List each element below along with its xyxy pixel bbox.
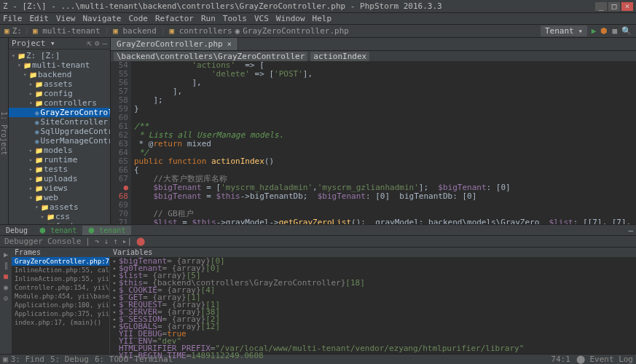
menu-vcs[interactable]: VCS [254,14,269,23]
status-button[interactable]: Terminal [131,355,176,364]
tree-node[interactable]: ▸📁tests [9,165,110,174]
tree-node[interactable]: ▾📁assets [9,202,110,212]
minimize-icon[interactable]: _ [595,2,607,11]
tree-node[interactable]: ▸📁css [9,212,110,221]
file-icon: ◉ [235,26,240,36]
step-over-icon[interactable]: ↷ [95,237,100,246]
debug-icon[interactable]: ⬢ [600,26,608,36]
tree-node[interactable]: ▾📁web [9,193,110,202]
close-icon[interactable]: × [621,2,633,11]
editor-tab[interactable]: GrayZeroController.php × [111,38,238,50]
tree-node[interactable]: ▸📁fonts [9,221,110,224]
frames-header: Frames [12,248,109,257]
project-panel: Project ▾ ⇱ ⚙ — ▾📁Z: [Z:]▾📁multi-tenant▾… [9,38,111,224]
stack-frame[interactable]: GrayZeroController.php:74, backend\co [12,257,109,266]
tree-node[interactable]: ▾📁controllers [9,98,110,108]
menu-navigate[interactable]: Navigate [83,14,122,23]
mute-breakpoints-icon[interactable]: ⊘ [4,294,8,302]
resume-icon[interactable]: ▶ [4,250,8,258]
breadcrumb-root[interactable]: Z: [12,26,22,36]
breadcrumb-item[interactable]: multi-tenant [42,26,100,36]
stack-frame[interactable]: Application.php:375, yii\base\Applicatio [12,309,109,318]
tree-node[interactable]: ▾📁Z: [Z:] [9,51,110,60]
menu-window[interactable]: Window [276,14,305,23]
menubar: FileEditViewNavigateCodeRefactorRunTools… [0,13,636,25]
status-button[interactable]: 5: Debug [47,355,92,364]
status-button[interactable]: 3: Find [8,355,47,364]
gear-icon[interactable]: ⚙ [95,39,100,48]
debug-tab[interactable]: Debug [0,226,34,235]
tree-node[interactable]: ▸📁config [9,89,110,98]
run-to-cursor-icon[interactable]: ▸| [122,237,132,246]
breadcrumb-item[interactable]: backend [122,26,156,36]
debug-side-toolbar: ▶ ∥ ■ ◉ ⊘ [0,248,12,354]
tree-node[interactable]: ◉SiteController.php [9,117,110,127]
breadcrumb-item[interactable]: controllers [179,26,232,36]
menu-code[interactable]: Code [128,14,148,23]
menu-tools[interactable]: Tools [223,14,247,23]
status-button[interactable]: 6: TODO [92,355,131,364]
stack-frame[interactable]: Application.php:100, yii\web\Applicati [12,301,109,309]
tree-node[interactable]: ◉SqlUpgradeController.php [9,127,110,136]
console-tab[interactable]: Console [47,237,81,246]
stack-frame[interactable]: InlineAction.php:55, call_user_func_arra… [12,266,109,274]
view-breakpoints-icon[interactable]: ◉ [4,283,8,291]
hide-icon[interactable]: — [102,39,107,48]
step-into-icon[interactable]: ↓ [104,237,109,246]
frames-panel: Frames GrayZeroController.php:74, backen… [12,248,110,354]
stack-frame[interactable]: Module.php:454, yii\base\Module->run [12,292,109,301]
variable-row[interactable]: YII_DEBUG = true [110,330,636,337]
tree-node[interactable]: ◉GrayZeroController.php [9,108,110,117]
variables-panel: Variables ▸ $bigTenant = {array} [0]▸ $g… [110,248,636,354]
debug-tool-tabs: Debug⬢ tenant⬢ tenant— [0,224,636,236]
event-log-button[interactable]: ⬤ Event Log [576,355,633,364]
maximize-icon[interactable]: □ [608,2,620,11]
search-icon[interactable]: 🔍 [621,26,632,36]
breadcrumb: ▣ Z: 〉▣ multi-tenant 〉▣ backend 〉▣ contr… [4,25,349,36]
collapse-icon[interactable]: ⇱ [87,39,92,48]
menu-help[interactable]: Help [313,14,332,23]
menu-run[interactable]: Run [201,14,216,23]
evaluate-icon[interactable]: ⬤ [136,237,145,246]
run-icon[interactable]: ▶ [592,26,597,36]
tree-node[interactable]: ▾📁multi-tenant [9,60,110,70]
project-tool-button[interactable]: 1: Project [0,38,9,224]
step-out-icon[interactable]: ↑ [113,237,118,246]
gutter[interactable]: 5455565758596061626364656667● 6869707172… [111,61,131,224]
debugger-tab[interactable]: Debugger [4,237,43,246]
code-breadcrumb: \backend\controllers\GrayZeroController … [111,51,636,61]
minimize-panel-icon[interactable]: — [628,226,633,235]
stop-icon[interactable]: ■ [612,26,617,36]
debug-tab[interactable]: ⬢ tenant [34,226,82,235]
titlebar: Z - [Z:\] - ...\multi-tenant\backend\con… [0,0,636,13]
tree-node[interactable]: ▾📁backend [9,70,110,79]
stack-frame[interactable]: index.php:17, {main}() [12,318,109,327]
run-config-select[interactable]: Tenant ▾ [541,25,587,36]
debug-tab[interactable]: ⬢ tenant [82,226,131,235]
project-tree[interactable]: ▾📁Z: [Z:]▾📁multi-tenant▾📁backend▸📁assets… [9,50,110,224]
menu-edit[interactable]: Edit [30,14,50,23]
pause-icon[interactable]: ∥ [4,261,8,269]
nav-toolbar: ▣ Z: 〉▣ multi-tenant 〉▣ backend 〉▣ contr… [0,25,636,38]
menu-refactor[interactable]: Refactor [155,14,194,23]
tree-node[interactable]: ▸📁uploads [9,174,110,183]
stop-debug-icon[interactable]: ■ [4,272,8,280]
tool-window-icon[interactable]: ▣ [3,355,8,364]
app-title: Z - [Z:\] - ...\multi-tenant\backend\con… [3,1,442,11]
crumb-class[interactable]: \backend\controllers\GrayZeroController [114,52,307,61]
crumb-method[interactable]: actionIndex [310,52,369,61]
tree-node[interactable]: ▸📁runtime [9,155,110,165]
stack-frame[interactable]: InlineAction.php:55, yii\base\InlineActi [12,274,109,283]
menu-view[interactable]: View [56,14,76,23]
menu-file[interactable]: File [3,14,23,23]
code-editor[interactable]: 'actions' => [ 'delete' => ['POST'], ], … [131,61,636,224]
tree-node[interactable]: ◉UserManageController.php [9,136,110,146]
variable-row[interactable]: ▸ $GLOBALS = {array} [12] [110,323,636,330]
breadcrumb-file[interactable]: GrayZeroController.php [243,26,349,36]
tree-node[interactable]: ▸📁views [9,183,110,193]
tree-node[interactable]: ▸📁assets [9,79,110,89]
stack-frame[interactable]: Controller.php:154, yii\base\Controller-… [12,283,109,292]
folder-icon: ▣ [4,26,9,36]
caret-position: 74:1 [551,355,570,364]
tree-node[interactable]: ▸📁models [9,146,110,155]
